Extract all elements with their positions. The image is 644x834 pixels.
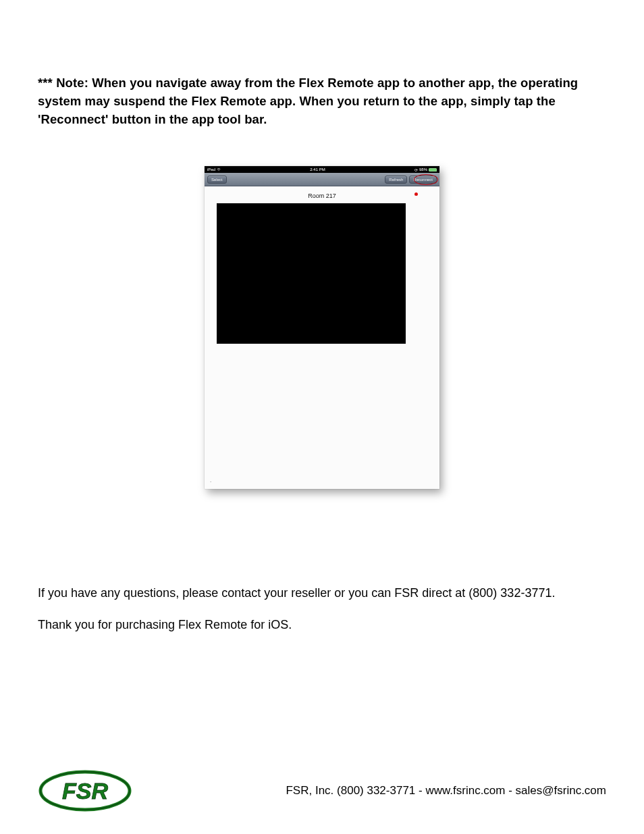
status-bar: iPad 2:41 PM ⟳ 98% <box>205 166 439 173</box>
figure: iPad 2:41 PM ⟳ 98% Select Refresh Reconn… <box>38 166 606 489</box>
status-dot-icon <box>414 192 418 196</box>
svg-text:FSR: FSR <box>62 778 108 804</box>
room-title: Room 217 <box>308 192 336 199</box>
footer: FSR FSR, Inc. (800) 332-3771 - www.fsrin… <box>38 768 606 814</box>
orientation-lock-icon: ⟳ <box>414 167 418 172</box>
select-button[interactable]: Select <box>207 176 227 184</box>
refresh-button[interactable]: Refresh <box>385 176 407 184</box>
contact-paragraph: If you have any questions, please contac… <box>38 585 606 601</box>
status-time: 2:41 PM <box>310 167 325 172</box>
room-title-row: Room 217 <box>205 192 439 199</box>
ipad-screenshot: iPad 2:41 PM ⟳ 98% Select Refresh Reconn… <box>205 166 439 489</box>
svg-point-0 <box>219 171 219 172</box>
page-indicator-icon: . <box>210 477 211 484</box>
content-viewport <box>217 203 406 344</box>
device-label: iPad <box>207 167 215 172</box>
battery-icon <box>429 168 437 172</box>
footer-text: FSR, Inc. (800) 332-3771 - www.fsrinc.co… <box>286 784 606 798</box>
note-paragraph: *** Note: When you navigate away from th… <box>38 74 606 128</box>
fsr-logo: FSR <box>38 768 132 814</box>
app-toolbar: Select Refresh Reconnect <box>205 173 439 186</box>
reconnect-button[interactable]: Reconnect <box>409 176 437 184</box>
thanks-paragraph: Thank you for purchasing Flex Remote for… <box>38 618 606 632</box>
battery-pct: 98% <box>419 167 427 172</box>
wifi-icon <box>217 167 221 172</box>
